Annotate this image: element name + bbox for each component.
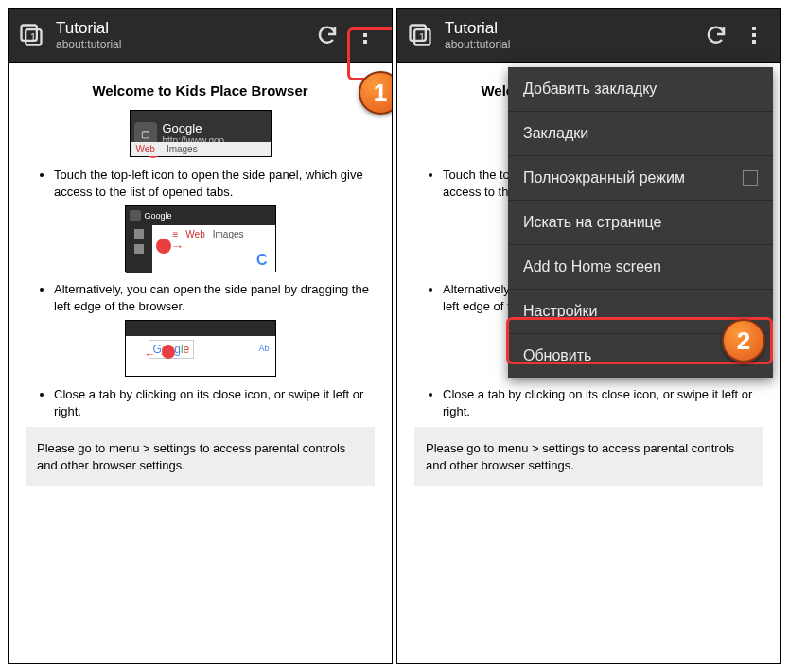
hand-icon xyxy=(162,345,175,359)
web-tab: Web xyxy=(136,144,155,154)
svg-text:1: 1 xyxy=(419,30,425,43)
menu-label: Искать на странице xyxy=(523,214,661,231)
menu-label: Добавить закладку xyxy=(523,80,657,97)
menu-add-home[interactable]: Add to Home screen xyxy=(508,245,773,290)
menu-label: Обновить xyxy=(523,347,591,364)
illustration-1: ▢ Google http://www.goo WebImages xyxy=(26,110,375,157)
page-title: Tutorial xyxy=(445,19,697,38)
menu-find-in-page[interactable]: Искать на странице xyxy=(508,201,773,245)
page-url: about:tutorial xyxy=(56,38,308,51)
phone-left: 1 Tutorial about:tutorial 1 Welcome to K… xyxy=(8,8,393,664)
menu-label: Настройки xyxy=(523,303,597,320)
tabs-icon[interactable]: 1 xyxy=(16,20,46,50)
menu-bookmarks[interactable]: Закладки xyxy=(508,112,773,156)
illustration-2: Google ≡WebImages → C xyxy=(26,205,375,272)
tutorial-heading: Welcome to Kids Place Browser xyxy=(26,82,375,98)
menu-label: Add to Home screen xyxy=(523,258,661,275)
callout-badge-2: 2 xyxy=(722,319,765,363)
menu-label: Полноэкранный режим xyxy=(523,169,685,186)
illus2-title: Google xyxy=(145,211,172,221)
overflow-menu-icon[interactable] xyxy=(346,16,384,54)
checkbox-icon[interactable] xyxy=(743,170,758,186)
tutorial-content: Welcome to Kids Place Browser ▢ Google h… xyxy=(9,63,392,663)
illustration-3: Google Ab ← → xyxy=(26,320,375,377)
settings-notice: Please go to menu > settings to access p… xyxy=(26,427,375,486)
bullet-2: Alternatively, you can open the side pan… xyxy=(54,281,375,314)
web-tab-2: Web xyxy=(185,229,204,239)
menu-label: Закладки xyxy=(523,125,588,142)
title-block: Tutorial about:tutorial xyxy=(445,19,697,51)
settings-notice: Please go to menu > settings to access p… xyxy=(414,427,763,486)
page-title: Tutorial xyxy=(56,19,308,38)
tabs-icon[interactable]: 1 xyxy=(405,20,435,50)
bullet-3: Close a tab by clicking on its close ico… xyxy=(443,386,763,419)
bullet-3: Close a tab by clicking on its close ico… xyxy=(54,386,375,419)
overflow-menu-icon[interactable] xyxy=(735,16,773,54)
svg-text:1: 1 xyxy=(30,30,36,43)
images-tab-2: Images xyxy=(213,229,244,239)
toolbar: 1 Tutorial about:tutorial xyxy=(397,9,780,63)
menu-add-bookmark[interactable]: Добавить закладку xyxy=(508,67,773,112)
page-url: about:tutorial xyxy=(445,38,697,51)
bullet-1: Touch the top-left icon to open the side… xyxy=(54,167,375,200)
reload-icon[interactable] xyxy=(697,16,735,54)
hand-icon xyxy=(156,239,171,254)
toolbar: 1 Tutorial about:tutorial xyxy=(9,9,392,63)
google-logo: C xyxy=(256,252,268,269)
phone-right: 1 Tutorial about:tutorial Welcome to Kid… xyxy=(396,8,781,664)
side-panel xyxy=(126,225,152,273)
reload-icon[interactable] xyxy=(308,16,346,54)
menu-fullscreen[interactable]: Полноэкранный режим xyxy=(508,156,773,201)
images-tab: Images xyxy=(167,144,198,154)
mini-tab-icon xyxy=(130,210,141,221)
title-block: Tutorial about:tutorial xyxy=(56,19,308,51)
arrow-icon: → xyxy=(171,239,184,254)
illus-title: Google xyxy=(163,121,225,135)
